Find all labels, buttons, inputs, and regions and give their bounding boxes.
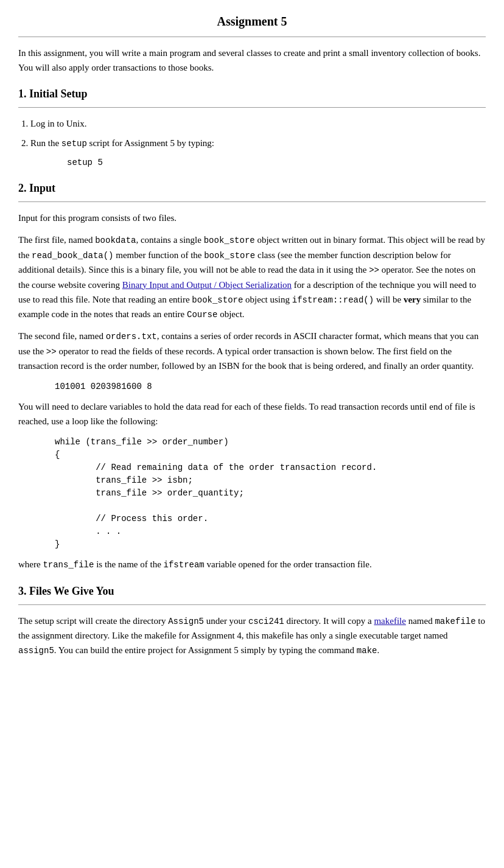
page-title: Assignment 5: [18, 12, 486, 30]
first-file-paragraph: The first file, named bookdata, contains…: [18, 233, 486, 321]
files-text7: .: [377, 645, 379, 655]
first-file-text11: object.: [217, 309, 244, 319]
op-rshift-code1: >>: [369, 265, 379, 275]
makefile-link[interactable]: makefile: [374, 616, 405, 626]
initial-setup-list: Log in to Unix. Run the setup script for…: [30, 116, 486, 169]
files-text2: under your: [204, 616, 248, 626]
input-intro: Input for this program consists of two f…: [18, 211, 486, 225]
list-item: Run the setup script for Assignment 5 by…: [30, 136, 486, 169]
orders-txt-code: orders.txt: [106, 332, 157, 341]
second-file-text3: operator to read the fields of these rec…: [18, 346, 474, 371]
ifstream-read-code: ifstream::read(): [292, 295, 374, 305]
where-text2: is the name of the: [94, 559, 163, 569]
setup-command-block: setup 5: [67, 156, 486, 169]
section-1-divider: [18, 107, 486, 108]
very-bold: very: [404, 295, 421, 304]
assign5-code: Assign5: [168, 617, 204, 626]
op-rshift-code2: >>: [46, 347, 57, 357]
ifstream-code: ifstream: [164, 560, 205, 570]
title-divider: [18, 37, 486, 37]
first-file-text8: object using: [243, 295, 292, 304]
section-3-divider: [18, 604, 486, 605]
book-store-code2: book_store: [204, 251, 255, 261]
where-text1: where: [18, 559, 43, 569]
files-text3: directory. It will copy a: [284, 616, 374, 626]
binary-io-link[interactable]: Binary Input and Output / Object Seriali…: [122, 280, 292, 290]
input-intro-text: Input for this program consists of two f…: [18, 213, 177, 223]
read-book-data-code: read_book_data(): [32, 251, 113, 261]
book-store-code3: book_store: [192, 295, 243, 305]
course-code: Course: [187, 310, 217, 320]
section-heading-2: 2. Input: [18, 180, 486, 197]
section-files-we-give: 3. Files We Give You The setup script wi…: [18, 583, 486, 658]
declare-vars-paragraph: You will need to declare variables to ho…: [18, 399, 486, 429]
second-file-paragraph: The second file, named orders.txt, conta…: [18, 329, 486, 373]
files-text1: The setup script will create the directo…: [18, 616, 168, 626]
section-heading-3: 3. Files We Give You: [18, 583, 486, 600]
files-paragraph: The setup script will create the directo…: [18, 614, 486, 658]
files-text4: named: [406, 616, 435, 626]
first-file-text4: member function of the: [114, 250, 205, 260]
section-heading-1: 1. Initial Setup: [18, 86, 486, 102]
setup-code: setup: [61, 139, 87, 149]
where-text3: variable opened for the order transactio…: [205, 559, 372, 569]
list-item-text: Log in to Unix.: [30, 119, 87, 128]
first-file-text2: , contains a single: [136, 235, 203, 245]
section-input: 2. Input Input for this program consists…: [18, 180, 486, 572]
first-file-text9: will be: [374, 295, 404, 304]
order-example-block: 101001 0203981600 8: [55, 380, 486, 393]
list-item: Log in to Unix.: [30, 116, 486, 131]
assign5-target-code: assign5: [18, 646, 54, 656]
first-file-text1: The first file, named: [18, 235, 95, 245]
make-code: make: [357, 646, 377, 656]
while-loop-block: while (trans_file >> order_number) { // …: [55, 436, 486, 551]
run-text-before: Run the: [30, 138, 61, 148]
book-store-code1: book_store: [204, 236, 255, 245]
files-text6: . You can build the entire project for A…: [54, 645, 357, 655]
section-initial-setup: 1. Initial Setup Log in to Unix. Run the…: [18, 86, 486, 169]
where-paragraph: where trans_file is the name of the ifst…: [18, 557, 486, 572]
csci241-code: csci241: [248, 617, 284, 626]
intro-paragraph: In this assignment, you will write a mai…: [18, 46, 486, 75]
makefile-code: makefile: [435, 617, 475, 626]
trans-file-code: trans_file: [43, 560, 94, 570]
run-text-after: script for Assignment 5 by typing:: [87, 138, 214, 148]
declare-vars-text: You will need to declare variables to ho…: [18, 402, 475, 426]
second-file-text1: The second file, named: [18, 331, 106, 341]
bookdata-code: bookdata: [95, 236, 136, 245]
section-2-divider: [18, 201, 486, 202]
